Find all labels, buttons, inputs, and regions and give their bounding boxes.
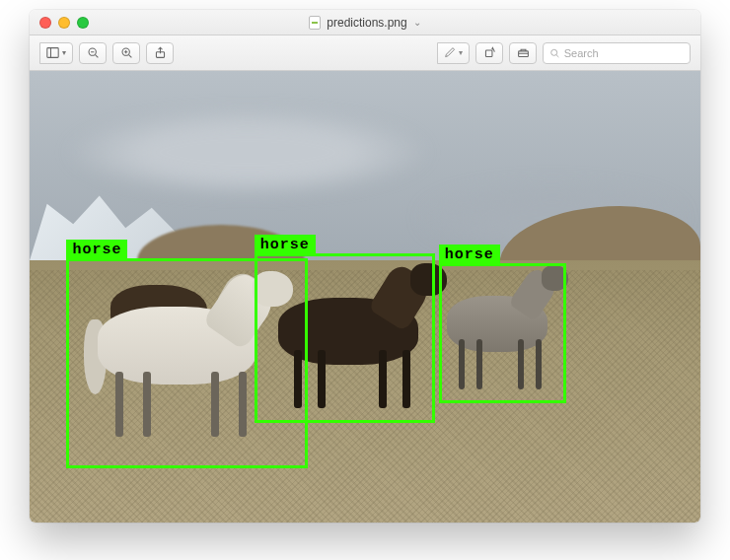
window-filename: predictions.png [327, 16, 406, 30]
svg-line-15 [556, 54, 558, 56]
close-button[interactable] [39, 17, 51, 29]
sidebar-buttons: ▾ [39, 42, 73, 64]
search-input[interactable] [564, 47, 684, 59]
svg-rect-11 [485, 50, 492, 57]
zoom-in-button[interactable] [112, 42, 140, 64]
edit-button[interactable]: ▾ [437, 42, 470, 64]
sidebar-toggle-button[interactable]: ▾ [39, 42, 73, 64]
toolbox-icon [517, 46, 530, 59]
title-caret-icon[interactable]: ⌄ [413, 17, 421, 28]
zoom-in-icon [120, 46, 133, 59]
chevron-down-icon: ▾ [62, 48, 66, 57]
minimize-button[interactable] [58, 17, 70, 29]
title-center: predictions.png ⌄ [30, 16, 700, 30]
search-field[interactable] [543, 42, 691, 64]
fullscreen-button[interactable] [77, 17, 89, 29]
sidebar-icon [46, 46, 59, 59]
image-viewport[interactable]: horsehorsehorse [30, 71, 700, 523]
detection-label: horse [255, 235, 316, 255]
detection-label: horse [439, 245, 500, 265]
svg-rect-0 [47, 48, 58, 58]
traffic-lights [39, 17, 89, 29]
detection-box-1: horse [255, 253, 436, 423]
svg-line-6 [128, 55, 131, 58]
zoom-out-button[interactable] [79, 42, 107, 64]
svg-line-3 [95, 55, 98, 58]
rotate-button[interactable] [475, 42, 503, 64]
chevron-down-icon: ▾ [459, 48, 463, 57]
file-png-icon [309, 16, 321, 30]
search-icon [549, 47, 560, 59]
pencil-icon [444, 46, 457, 59]
share-button[interactable] [146, 42, 174, 64]
toolbar: ▾ ▾ [30, 35, 700, 71]
titlebar[interactable]: predictions.png ⌄ [30, 10, 700, 35]
detection-label: horse [66, 240, 127, 260]
svg-point-14 [551, 49, 557, 55]
share-icon [154, 46, 167, 59]
detection-box-2: horse [439, 263, 566, 403]
rotate-icon [483, 46, 496, 59]
zoom-out-icon [87, 46, 100, 59]
edit-buttons: ▾ [437, 42, 470, 64]
markup-button[interactable] [509, 42, 537, 64]
preview-window: predictions.png ⌄ ▾ ▾ [30, 10, 700, 523]
